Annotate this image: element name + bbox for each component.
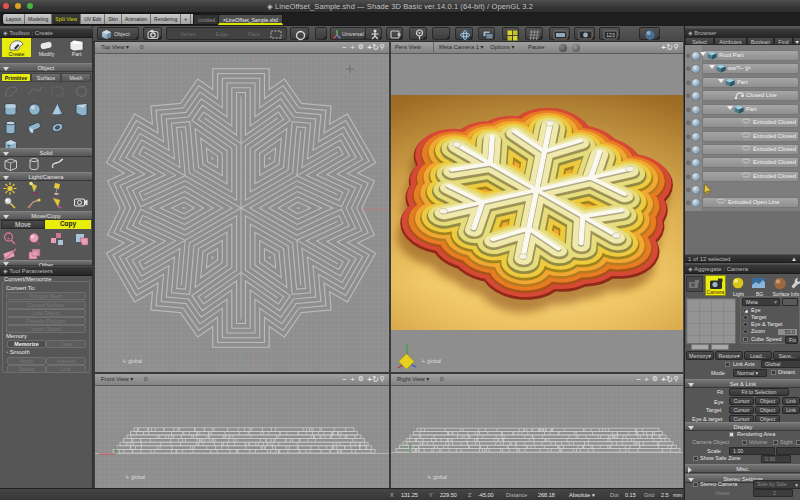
svg-text:123: 123: [606, 32, 615, 38]
svg-text:+: +: [7, 235, 11, 241]
